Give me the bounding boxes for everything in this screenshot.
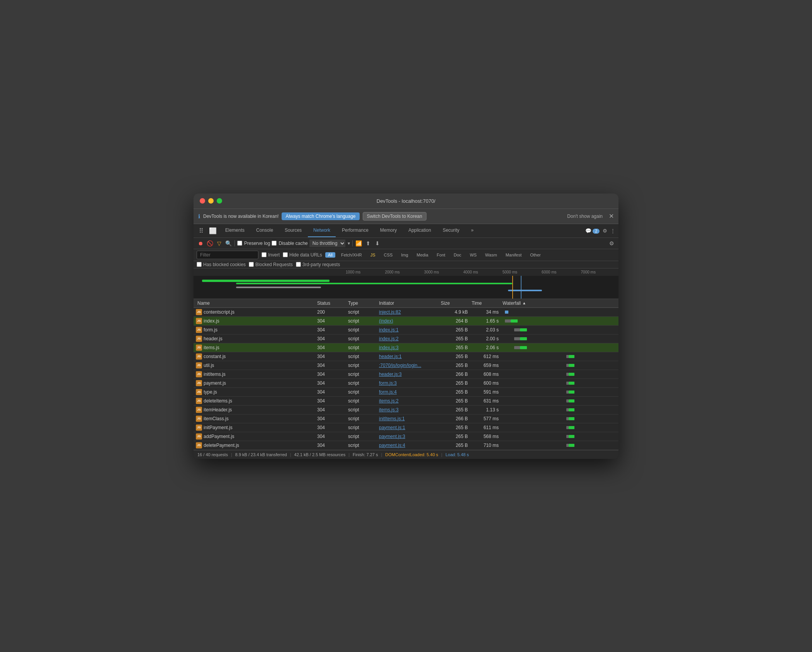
row-initiator[interactable]: form.js:4 [379, 389, 441, 395]
row-initiator[interactable]: payment.js:3 [379, 434, 441, 439]
chat-icon[interactable]: 💬 2 [585, 228, 600, 234]
row-name: JS payment.js [194, 380, 317, 386]
row-initiator[interactable]: index.js:3 [379, 345, 441, 350]
row-initiator[interactable]: payment.js:4 [379, 443, 441, 448]
tab-memory[interactable]: Memory [375, 224, 402, 237]
filter-manifest-btn[interactable]: Manifest [503, 252, 525, 258]
tab-sources[interactable]: Sources [279, 224, 307, 237]
tab-network[interactable]: Network [308, 224, 336, 237]
notification-text: DevTools is now available in Korean! [203, 214, 279, 219]
row-initiator[interactable]: payment.js:1 [379, 425, 441, 430]
filter-fetchxhr-btn[interactable]: Fetch/XHR [338, 252, 365, 258]
dont-show-again-link[interactable]: Don't show again [567, 214, 603, 219]
match-language-button[interactable]: Always match Chrome's language [282, 212, 359, 220]
row-initiator[interactable]: form.js:3 [379, 380, 441, 386]
filter-media-btn[interactable]: Media [414, 252, 431, 258]
preserve-log-check[interactable]: Preserve log [237, 241, 270, 246]
invert-checkbox[interactable] [262, 252, 267, 257]
filter-js-btn[interactable]: JS [368, 252, 378, 258]
has-blocked-cookies-checkbox[interactable] [197, 262, 202, 267]
tab-more[interactable]: » [465, 224, 479, 237]
search-button[interactable]: 🔍 [224, 239, 232, 247]
filter-wasm-btn[interactable]: Wasm [482, 252, 500, 258]
preserve-log-checkbox[interactable] [237, 241, 242, 246]
invert-check[interactable]: Invert [262, 252, 280, 258]
row-initiator[interactable]: index.js:1 [379, 327, 441, 333]
table-row[interactable]: JS form.js 304 script index.js:1 265 B 2… [194, 326, 618, 334]
clear-button[interactable]: 🚫 [206, 239, 214, 247]
row-waterfall [503, 433, 618, 440]
filter-all-btn[interactable]: All [325, 252, 335, 258]
tab-console[interactable]: Console [251, 224, 279, 237]
tab-application[interactable]: Application [403, 224, 437, 237]
filter-img-btn[interactable]: Img [398, 252, 411, 258]
network-settings-icon[interactable]: ⚙ [608, 239, 615, 247]
table-row[interactable]: JS items.js 304 script index.js:3 265 B … [194, 343, 618, 352]
table-row[interactable]: JS constant.js 304 script header.js:1 26… [194, 352, 618, 361]
filter-doc-btn[interactable]: Doc [451, 252, 464, 258]
row-waterfall [503, 327, 618, 333]
row-time: 710 ms [472, 443, 503, 448]
device-toolbar-icon[interactable]: ⬜ [207, 224, 219, 238]
disable-cache-check[interactable]: Disable cache [272, 241, 307, 246]
table-row[interactable]: JS index.js 304 script (index) 264 B 1.6… [194, 317, 618, 326]
row-initiator[interactable]: index.js:2 [379, 336, 441, 341]
row-initiator[interactable]: items.js:3 [379, 407, 441, 413]
table-row[interactable]: JS deleteItems.js 304 script items.js:2 … [194, 397, 618, 406]
maximize-button[interactable] [217, 198, 222, 204]
download-icon[interactable]: ⬇ [374, 239, 381, 247]
third-party-checkbox[interactable] [296, 262, 301, 267]
switch-korean-button[interactable]: Switch DevTools to Korean [363, 212, 426, 221]
row-size: 265 B [441, 380, 472, 386]
hide-data-urls-check[interactable]: Hide data URLs [283, 252, 322, 258]
filter-input[interactable] [197, 251, 258, 259]
row-initiator[interactable]: :7070/js/login/login... [379, 363, 441, 368]
table-row[interactable]: JS contentscript.js 200 script inject.js… [194, 308, 618, 317]
table-row[interactable]: JS addPayment.js 304 script payment.js:3… [194, 432, 618, 441]
settings-icon[interactable]: ⚙ [603, 228, 607, 234]
row-initiator[interactable]: inject.js:82 [379, 309, 441, 315]
table-row[interactable]: JS deletePayment.js 304 script payment.j… [194, 441, 618, 450]
table-row[interactable]: JS type.js 304 script form.js:4 265 B 59… [194, 388, 618, 397]
filter-ws-btn[interactable]: WS [467, 252, 479, 258]
table-row[interactable]: JS util.js 304 script :7070/js/login/log… [194, 361, 618, 370]
table-row[interactable]: JS payment.js 304 script form.js:3 265 B… [194, 379, 618, 388]
close-button[interactable] [200, 198, 205, 204]
tab-security[interactable]: Security [437, 224, 465, 237]
devtools-menu-icon[interactable]: ⠿ [197, 224, 206, 238]
row-size: 265 B [441, 327, 472, 333]
row-initiator[interactable]: (index) [379, 318, 441, 324]
filter-css-btn[interactable]: CSS [381, 252, 396, 258]
row-initiator[interactable]: items.js:2 [379, 398, 441, 404]
table-row[interactable]: JS initItems.js 304 script header.js:3 2… [194, 370, 618, 379]
notification-close-icon[interactable]: ✕ [609, 212, 614, 220]
blocked-requests-checkbox[interactable] [249, 262, 254, 267]
filter-font-btn[interactable]: Font [434, 252, 448, 258]
record-button[interactable]: ⏺ [197, 239, 204, 247]
window-title: DevTools - localhost:7070/ [377, 198, 435, 204]
minimize-button[interactable] [208, 198, 214, 204]
table-row[interactable]: JS initPayment.js 304 script payment.js:… [194, 423, 618, 432]
row-initiator[interactable]: header.js:1 [379, 354, 441, 359]
tab-performance[interactable]: Performance [336, 224, 374, 237]
hide-data-urls-checkbox[interactable] [283, 252, 288, 257]
more-options-icon[interactable]: ⋮ [610, 228, 615, 234]
tab-elements[interactable]: Elements [220, 224, 250, 237]
third-party-check[interactable]: 3rd-party requests [296, 262, 340, 267]
ruler-6000ms: 6000 ms [540, 270, 579, 274]
table-row[interactable]: JS itemHeader.js 304 script items.js:3 2… [194, 406, 618, 414]
table-row[interactable]: JS itemClass.js 304 script initItems.js:… [194, 414, 618, 423]
row-initiator[interactable]: initItems.js:1 [379, 416, 441, 421]
wifi-icon[interactable]: 📶 [355, 239, 363, 247]
blocked-requests-check[interactable]: Blocked Requests [249, 262, 293, 267]
has-blocked-cookies-check[interactable]: Has blocked cookies [197, 262, 246, 267]
upload-icon[interactable]: ⬆ [364, 239, 372, 247]
row-initiator[interactable]: header.js:3 [379, 372, 441, 377]
table-row[interactable]: JS header.js 304 script index.js:2 265 B… [194, 334, 618, 343]
filter-icon[interactable]: ▽ [215, 239, 223, 247]
throttle-select[interactable]: No throttling [309, 239, 345, 247]
row-waterfall [503, 371, 618, 377]
disable-cache-checkbox[interactable] [272, 241, 277, 246]
row-name: JS itemClass.js [194, 416, 317, 422]
filter-other-btn[interactable]: Other [527, 252, 544, 258]
